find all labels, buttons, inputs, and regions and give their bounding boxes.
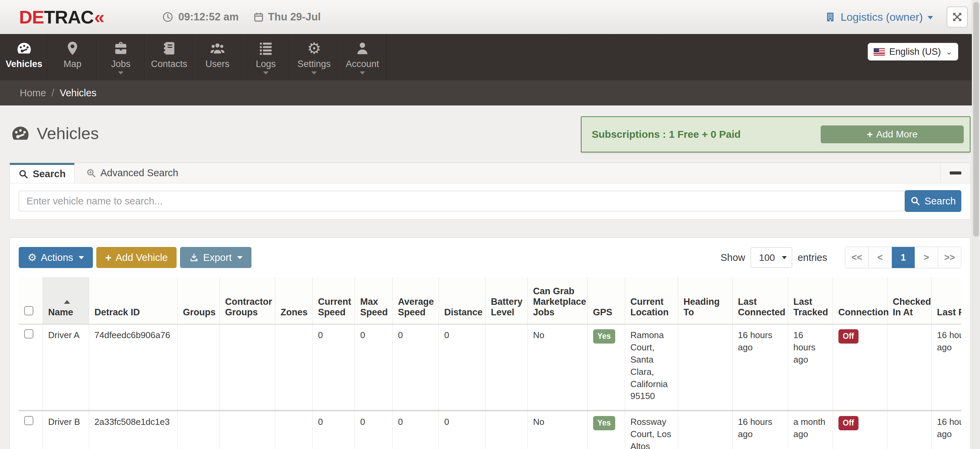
col-header-zones[interactable]: Zones: [275, 277, 312, 324]
col-header-can_grab_marketplace_jobs[interactable]: Can Grab Marketplace Jobs: [527, 277, 587, 324]
col-header-connection[interactable]: Connection: [833, 277, 887, 324]
row-checkbox[interactable]: [24, 416, 33, 425]
col-header-name[interactable]: Name: [43, 277, 89, 324]
cell-select: [19, 324, 43, 411]
cell-heading_to: [678, 324, 732, 411]
vehicles-icon: [16, 39, 32, 56]
col-header-checked_in_at[interactable]: Checked In At: [887, 277, 931, 324]
col-header-last_tracked[interactable]: Last Tracked: [788, 277, 833, 324]
cell-current_speed: 0: [312, 324, 355, 411]
plus-icon: +: [105, 251, 111, 264]
col-header-gps[interactable]: GPS: [587, 277, 625, 324]
nav-label-account: Account: [346, 59, 379, 70]
status-badge-off: Off: [838, 416, 859, 430]
search-button-label: Search: [924, 195, 956, 207]
col-header-last_connected[interactable]: Last Connected: [732, 277, 788, 324]
cell-gps: Yes: [587, 324, 625, 411]
col-header-heading_to[interactable]: Heading To: [678, 277, 732, 324]
status-badge-yes: Yes: [593, 416, 616, 430]
page-size-select[interactable]: 100: [751, 247, 792, 268]
organization-menu[interactable]: Logistics (owner): [825, 11, 933, 24]
col-header-current_speed[interactable]: Current Speed: [312, 277, 355, 324]
cell-current_location: Rossway Court, Los Altos: [625, 411, 678, 449]
nav-item-account[interactable]: Account: [338, 34, 387, 80]
col-header-average_speed[interactable]: Average Speed: [392, 277, 439, 324]
cell-zones: [275, 324, 312, 411]
nav-label-jobs: Jobs: [111, 59, 130, 70]
chevron-down-icon: [79, 256, 84, 259]
actions-button[interactable]: ⚙ Actions: [19, 247, 93, 268]
tab-search[interactable]: Search: [10, 163, 75, 183]
row-checkbox[interactable]: [24, 329, 33, 338]
nav-item-vehicles[interactable]: Vehicles: [0, 34, 48, 80]
detrack-logo: DETRAC«: [19, 6, 104, 27]
pagination: <<<1>>>: [845, 247, 961, 268]
col-header-max_speed[interactable]: Max Speed: [355, 277, 392, 324]
cell-battery_level: [485, 411, 527, 449]
nav-item-map[interactable]: Map: [48, 34, 97, 80]
nav-item-contacts[interactable]: Contacts: [145, 34, 193, 80]
col-header-battery_level[interactable]: Battery Level: [485, 277, 527, 324]
entries-label: entries: [798, 252, 827, 263]
cell-groups: [177, 411, 220, 449]
vertical-scrollbar[interactable]: [972, 0, 980, 449]
fullscreen-button[interactable]: [947, 6, 968, 27]
col-header-current_location[interactable]: Current Location: [625, 277, 678, 324]
cell-max_speed: 0: [355, 324, 392, 411]
nav-item-settings[interactable]: ⚙ Settings: [290, 34, 338, 80]
export-button[interactable]: Export: [180, 247, 251, 268]
tab-advanced-label: Advanced Search: [100, 167, 178, 179]
search-plus-icon: [86, 168, 96, 178]
page-button[interactable]: >>: [938, 247, 961, 268]
col-header-contractor_groups[interactable]: Contractor Groups: [220, 277, 275, 324]
users-group-icon: [210, 39, 225, 56]
cell-detrack_id: 74dfeedc6b906a76: [89, 324, 177, 411]
col-header-last_poi[interactable]: Last POI: [931, 277, 961, 324]
cell-zones: [275, 411, 312, 449]
nav-label-settings: Settings: [298, 59, 331, 70]
breadcrumb-home-link[interactable]: Home: [20, 87, 46, 98]
nav-item-users[interactable]: Users: [193, 34, 242, 80]
nav-label-users: Users: [205, 59, 230, 70]
current-date: Thu 29-Jul: [253, 11, 321, 23]
vehicle-search-input[interactable]: [19, 191, 905, 211]
page-button[interactable]: <<: [845, 247, 869, 268]
time-text: 09:12:52 am: [178, 11, 239, 23]
current-time: 09:12:52 am: [162, 11, 239, 23]
cell-gps: Yes: [587, 411, 625, 449]
minus-icon: [950, 171, 961, 175]
page-button[interactable]: <: [869, 247, 891, 268]
breadcrumb-separator: /: [51, 87, 54, 98]
us-flag-icon: [873, 48, 885, 56]
tab-search-label: Search: [33, 168, 66, 179]
table-toolbar: ⚙ Actions + Add Vehicle Export Show 100 …: [19, 247, 961, 268]
cell-last_poi: 16 hours ago: [931, 411, 961, 449]
page-button-active[interactable]: 1: [891, 247, 915, 268]
col-header-select: [19, 277, 43, 324]
add-more-button[interactable]: + Add More: [821, 125, 964, 143]
col-header-distance[interactable]: Distance: [439, 277, 485, 324]
page-title-text: Vehicles: [37, 124, 99, 143]
col-header-groups[interactable]: Groups: [177, 277, 220, 324]
language-selector[interactable]: English (US) ⌄: [868, 43, 958, 60]
logo-trac: TRAC: [44, 7, 94, 27]
chevron-down-icon: ⌄: [946, 47, 953, 57]
building-icon: [825, 11, 836, 22]
tab-advanced-search[interactable]: Advanced Search: [75, 163, 190, 183]
chevron-down-icon: [237, 256, 243, 259]
sort-ascending-icon: [64, 300, 70, 304]
download-icon: [189, 252, 199, 263]
nav-item-logs[interactable]: Logs: [242, 34, 290, 80]
cell-last_connected: 16 hours ago: [732, 411, 788, 449]
language-label: English (US): [889, 47, 941, 57]
collapse-panel-button[interactable]: [940, 163, 970, 183]
select-all-checkbox[interactable]: [24, 306, 33, 315]
add-vehicle-button[interactable]: + Add Vehicle: [96, 247, 177, 268]
nav-item-jobs[interactable]: Jobs: [97, 34, 145, 80]
cell-current_speed: 0: [312, 411, 355, 449]
col-header-detrack_id[interactable]: Detrack ID: [89, 277, 177, 324]
cell-distance: 0: [439, 324, 485, 411]
page-button[interactable]: >: [915, 247, 938, 268]
search-button[interactable]: Search: [905, 190, 961, 212]
scrollbar-thumb[interactable]: [973, 2, 979, 237]
